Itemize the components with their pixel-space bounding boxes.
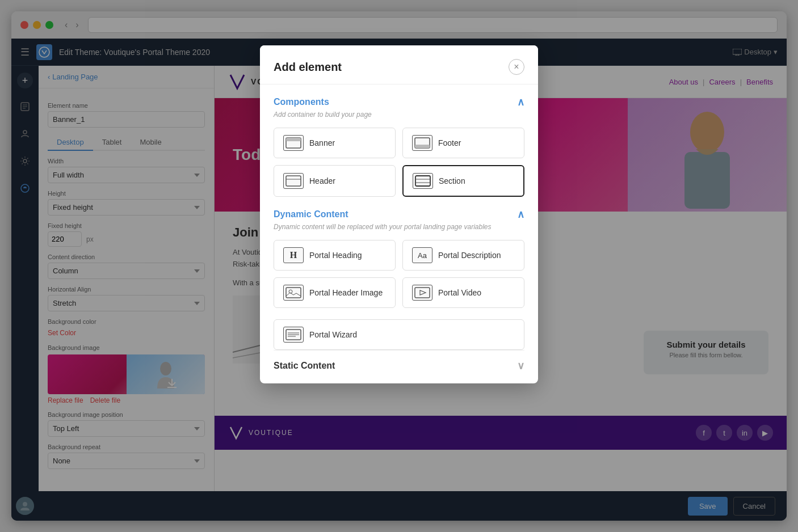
modal-close-button[interactable]: × [509,59,524,75]
portal-video-button[interactable]: Portal Video [402,277,524,308]
portal-heading-button[interactable]: H Portal Heading [274,240,396,271]
components-collapse-icon[interactable]: ∧ [517,96,524,108]
dynamic-content-section: Dynamic Content ∧ Dynamic content will b… [274,208,524,350]
section-label: Section [439,176,465,185]
portal-heading-icon: H [283,247,304,263]
portal-wizard-icon [283,327,304,343]
components-label: Components [274,97,329,107]
portal-video-label: Portal Video [438,288,481,297]
svg-rect-20 [415,145,430,148]
portal-wizard-row: Portal Wizard [274,319,524,350]
banner-component-button[interactable]: Banner [274,128,396,158]
close-icon: × [514,62,519,72]
dynamic-hint: Dynamic content will be replaced with yo… [274,223,524,231]
section-component-button[interactable]: Section [402,165,524,197]
footer-component-button[interactable]: Footer [402,128,524,158]
section-icon [413,173,433,189]
portal-video-icon [412,285,432,301]
banner-icon [283,135,304,151]
modal-overlay[interactable]: Add element × Components ∧ Add container… [0,0,798,532]
portal-wizard-button[interactable]: Portal Wizard [274,319,524,350]
footer-icon [412,135,432,151]
portal-header-image-button[interactable]: Portal Header Image [274,277,396,308]
modal-body: Components ∧ Add container to build your… [260,85,538,383]
modal-title: Add element [274,61,342,74]
svg-rect-28 [415,288,430,298]
dynamic-content-label: Dynamic Content [274,209,348,219]
components-section-heading: Components ∧ [274,96,524,108]
header-icon [283,173,304,189]
dynamic-section-heading: Dynamic Content ∧ [274,208,524,221]
components-grid: Banner Footer Header [274,128,524,197]
svg-rect-23 [415,176,430,186]
portal-wizard-label: Portal Wizard [309,330,357,339]
banner-label: Banner [309,138,335,147]
static-content-section: Static Content ∨ [274,350,524,372]
svg-rect-18 [286,138,301,141]
portal-description-button[interactable]: Aa Portal Description [402,240,524,271]
dynamic-collapse-icon[interactable]: ∧ [517,208,524,221]
portal-description-label: Portal Description [438,251,501,260]
add-element-modal: Add element × Components ∧ Add container… [260,45,538,383]
portal-description-icon: Aa [412,247,432,263]
svg-rect-21 [286,176,301,186]
header-component-button[interactable]: Header [274,165,396,197]
modal-header: Add element × [260,45,538,85]
svg-rect-26 [286,288,301,298]
portal-header-image-label: Portal Header Image [309,288,383,297]
portal-heading-label: Portal Heading [309,251,362,260]
portal-header-image-icon [283,285,304,301]
static-expand-icon[interactable]: ∨ [517,360,524,372]
dynamic-grid: H Portal Heading Aa Portal Description P… [274,240,524,308]
static-content-label: Static Content [274,361,335,371]
footer-label: Footer [438,138,461,147]
components-hint: Add container to build your page [274,111,524,119]
header-label: Header [309,176,335,185]
svg-marker-29 [420,290,426,295]
